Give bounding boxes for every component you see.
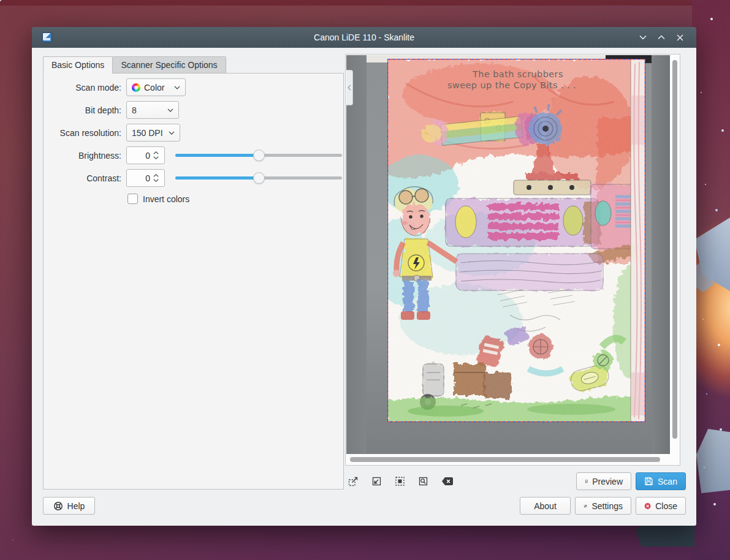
spinbox-arrows[interactable]	[153, 174, 159, 182]
scan-icon	[644, 477, 653, 486]
scan-resolution-value: 150 DPI	[132, 128, 163, 138]
close-icon	[677, 34, 683, 41]
horizontal-scrollbar-thumb[interactable]	[350, 457, 660, 462]
bit-depth-row: Bit depth: 8	[50, 101, 179, 119]
scan-resolution-label: Scan resolution:	[50, 128, 121, 138]
window-title: Canon LiDE 110 - Skanlite	[32, 32, 696, 42]
close-window-button[interactable]	[671, 27, 689, 48]
zoom-out-button[interactable]	[370, 475, 382, 487]
chevron-down-icon	[174, 86, 180, 89]
tab-scanner-specific-options[interactable]: Scanner Specific Options	[113, 56, 226, 74]
preview-horizontal-scrollbar[interactable]	[346, 454, 671, 464]
scan-button[interactable]: Scan	[636, 472, 686, 490]
close-circle-icon	[644, 501, 651, 511]
settings-button[interactable]: Settings	[575, 497, 631, 515]
scan-mode-label: Scan mode:	[50, 83, 121, 93]
invert-colors-checkbox[interactable]	[127, 194, 138, 204]
invert-colors-label: Invert colors	[143, 194, 189, 204]
preview-vertical-scrollbar[interactable]	[670, 55, 679, 455]
tab-basic-options[interactable]: Basic Options	[43, 56, 113, 74]
bit-depth-label: Bit depth:	[50, 105, 121, 115]
contrast-slider-handle[interactable]	[253, 172, 265, 184]
zoom-to-selection-button[interactable]	[394, 475, 406, 487]
spin-down-icon	[153, 179, 159, 182]
close-button[interactable]: Close	[636, 497, 686, 515]
zoom-out-icon	[371, 476, 382, 486]
invert-colors-row: Invert colors	[127, 194, 189, 204]
contrast-label: Contrast:	[50, 173, 121, 183]
contrast-input[interactable]	[129, 173, 150, 183]
brightness-input[interactable]	[129, 151, 150, 161]
scan-drawing: The bath scrubbers sweep up the Copy Bit…	[387, 59, 645, 422]
basic-options-panel: Scan mode: Color Bit depth: 8 Scan resol…	[43, 73, 344, 490]
minimize-button[interactable]	[634, 27, 652, 48]
clear-selections-button[interactable]	[440, 475, 455, 487]
scan-mode-select[interactable]: Color	[126, 78, 186, 96]
spin-down-icon	[153, 156, 159, 159]
scan-resolution-select[interactable]: 150 DPI	[126, 124, 180, 142]
zoom-to-fit-icon	[418, 476, 428, 486]
zoom-in-button[interactable]	[347, 475, 359, 487]
preview-canvas[interactable]: The bath scrubbers sweep up the Copy Bit…	[346, 55, 671, 455]
color-wheel-icon	[132, 83, 140, 92]
zoom-to-fit-button[interactable]	[417, 475, 429, 487]
scan-mode-row: Scan mode: Color	[50, 78, 186, 96]
about-button[interactable]: About	[520, 497, 571, 515]
brightness-slider[interactable]	[175, 149, 342, 162]
scanned-preview-image[interactable]: The bath scrubbers sweep up the Copy Bit…	[367, 55, 652, 455]
chevron-left-icon	[348, 85, 351, 91]
preview-icon	[585, 477, 588, 486]
scan-resolution-row: Scan resolution: 150 DPI	[50, 124, 180, 142]
chevron-down-icon	[167, 108, 173, 112]
wallpaper-shade	[0, 0, 730, 6]
chevron-down-icon	[639, 35, 647, 40]
spin-up-icon	[153, 151, 159, 154]
clear-selections-icon	[441, 477, 454, 486]
splitter-collapse-handle[interactable]	[346, 70, 353, 105]
slider-fill	[175, 176, 259, 180]
preview-button[interactable]: Preview	[576, 472, 631, 490]
contrast-slider[interactable]	[175, 172, 342, 184]
chevron-down-icon	[169, 131, 175, 135]
brightness-row: Brightness:	[50, 146, 342, 164]
brightness-spinbox	[126, 146, 165, 164]
spinbox-arrows[interactable]	[153, 151, 159, 159]
vertical-scrollbar-thumb[interactable]	[672, 60, 677, 439]
scan-page[interactable]: The bath scrubbers sweep up the Copy Bit…	[387, 59, 645, 422]
contrast-spinbox	[126, 169, 165, 187]
help-icon	[53, 501, 63, 511]
help-button[interactable]: Help	[43, 497, 95, 515]
titlebar[interactable]: Canon LiDE 110 - Skanlite	[32, 27, 696, 48]
zoom-in-icon	[348, 476, 359, 486]
preview-area: The bath scrubbers sweep up the Copy Bit…	[345, 54, 680, 466]
contrast-row: Contrast:	[50, 169, 342, 187]
brightness-slider-handle[interactable]	[253, 149, 265, 161]
scan-mode-value: Color	[144, 83, 164, 93]
maximize-button[interactable]	[652, 27, 671, 48]
brightness-label: Brightness:	[50, 151, 121, 161]
zoom-toolbar	[347, 475, 455, 487]
settings-sliders-icon	[584, 501, 587, 511]
options-tabbar: Basic Options Scanner Specific Options	[43, 56, 226, 74]
bit-depth-value: 8	[132, 105, 137, 115]
chevron-up-icon	[658, 35, 665, 40]
wallpaper-sparkles	[0, 0, 1, 1]
bit-depth-select[interactable]: 8	[126, 101, 179, 119]
spin-up-icon	[153, 174, 159, 177]
zoom-to-selection-icon	[395, 476, 405, 486]
slider-fill	[175, 154, 259, 157]
skanlite-window: Canon LiDE 110 - Skanlite Basic Options …	[32, 27, 696, 526]
